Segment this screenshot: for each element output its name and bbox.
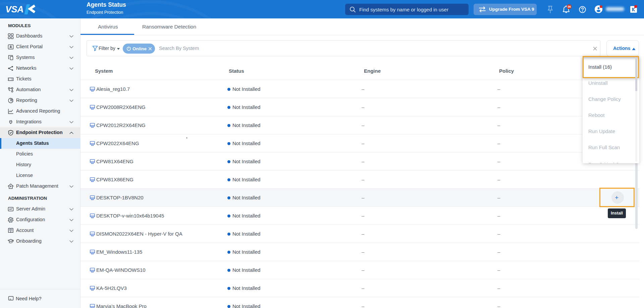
svg-text:VSA: VSA: [5, 4, 23, 14]
